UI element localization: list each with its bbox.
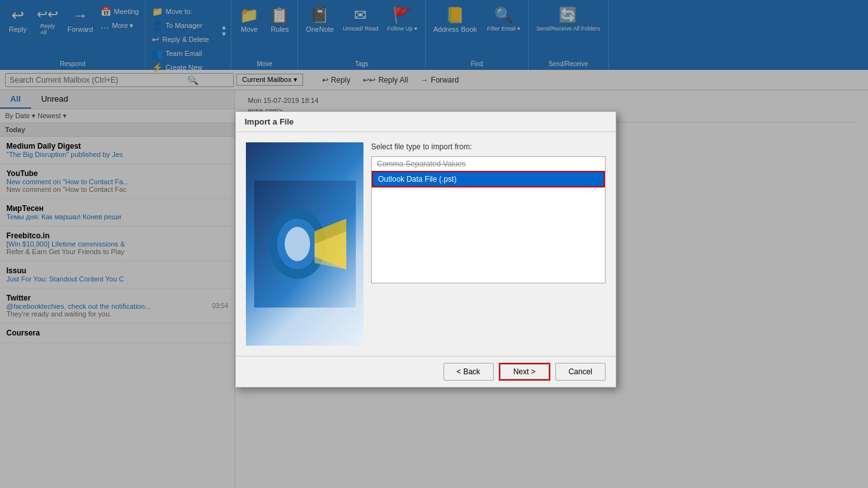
file-type-list[interactable]: Comma Separated Values Outlook Data File… — [371, 156, 606, 283]
back-button[interactable]: < Back — [444, 363, 494, 381]
file-type-csv[interactable]: Comma Separated Values — [372, 157, 605, 171]
modal-title: Import a File — [245, 117, 294, 126]
svg-point-3 — [285, 227, 310, 261]
modal-body: Select file type to import from: Comma S… — [236, 132, 616, 356]
import-file-modal: Import a File — [235, 111, 616, 388]
modal-title-bar: Import a File — [236, 112, 616, 132]
modal-label: Select file type to import from: — [371, 142, 606, 151]
modal-footer: < Back Next > Cancel — [236, 356, 616, 387]
outlook-svg — [254, 180, 356, 308]
file-type-pst[interactable]: Outlook Data File (.pst) — [372, 171, 605, 187]
next-button-wrapper: Next > — [499, 363, 550, 381]
outlook-logo-image — [246, 142, 363, 346]
modal-right: Select file type to import from: Comma S… — [371, 142, 606, 346]
cancel-button[interactable]: Cancel — [555, 363, 606, 381]
next-button[interactable]: Next > — [500, 364, 549, 379]
